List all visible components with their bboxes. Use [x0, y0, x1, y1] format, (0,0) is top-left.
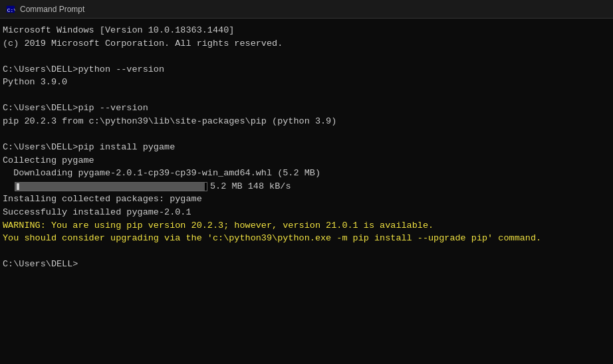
line-pip-out: pip 20.2.3 from c:\python39\lib\site-pac… — [3, 115, 610, 128]
line-collecting: Collecting pygame — [3, 154, 610, 167]
progress-bar-fill — [15, 183, 205, 191]
line-blank4 — [3, 245, 610, 258]
line-success: Successfully installed pygame-2.0.1 — [3, 206, 610, 219]
line-python-out: Python 3.9.0 — [3, 76, 610, 89]
line-blank2 — [3, 89, 610, 102]
line-pip-cmd: C:\Users\DELL>pip --version — [3, 102, 610, 115]
line-win-version: Microsoft Windows [Version 10.0.18363.14… — [3, 24, 610, 37]
line-win-rights: (c) 2019 Microsoft Corporation. All righ… — [3, 37, 610, 50]
line-warning1: WARNING: You are using pip version 20.2.… — [3, 219, 610, 232]
progress-line: 5.2 MB 148 kB/s — [3, 180, 610, 193]
line-warning2: You should consider upgrading via the 'c… — [3, 232, 610, 245]
line-downloading: Downloading pygame-2.0.1-cp39-cp39-win_a… — [3, 167, 610, 180]
progress-cursor — [17, 183, 19, 190]
line-blank3 — [3, 128, 610, 141]
line-installing: Installing collected packages: pygame — [3, 193, 610, 206]
line-install-cmd: C:\Users\DELL>pip install pygame — [3, 141, 610, 154]
svg-text:C:\: C:\ — [7, 7, 15, 13]
line-blank1 — [3, 50, 610, 63]
title-bar: C:\ Command Prompt — [0, 0, 613, 19]
progress-bar-wrapper — [15, 182, 207, 191]
line-python-cmd: C:\Users\DELL>python --version — [3, 63, 610, 76]
line-prompt-end: C:\Users\DELL> — [3, 258, 610, 271]
progress-text: 5.2 MB 148 kB/s — [210, 180, 291, 193]
terminal-body[interactable]: Microsoft Windows [Version 10.0.18363.14… — [0, 19, 613, 364]
cmd-icon: C:\ — [5, 4, 16, 15]
title-bar-text: Command Prompt — [20, 5, 84, 14]
